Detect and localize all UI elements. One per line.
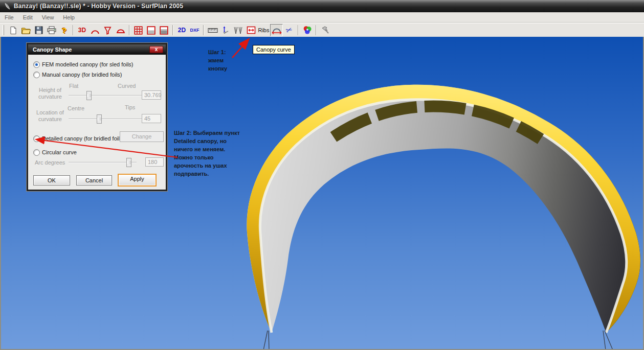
toolbar-separator [129, 25, 130, 35]
new-document-icon[interactable] [7, 24, 19, 36]
window-title: Banzay! (Banzay!!.sle) * - Hobby Version… [14, 3, 183, 10]
toolbar-grip[interactable] [3, 25, 4, 35]
rotate-axis-icon[interactable] [219, 24, 232, 36]
open-file-icon[interactable] [19, 24, 32, 36]
location-value-field[interactable]: 45 [142, 114, 161, 123]
panel-shaded-view-icon[interactable] [158, 24, 170, 36]
grid-view-icon[interactable] [132, 24, 145, 36]
canopy-curve-button[interactable] [270, 24, 283, 36]
view-2d-button[interactable]: 2D [175, 24, 188, 36]
toolbar-separator [316, 25, 317, 35]
toolbar-separator [172, 25, 173, 35]
dome-view-icon[interactable] [114, 24, 127, 36]
annotation-step1: Шаг 1: жмем кнопку [208, 48, 227, 73]
location-slider[interactable] [69, 114, 142, 124]
save-icon[interactable] [32, 24, 45, 36]
toolbar-separator [203, 25, 204, 35]
dialog-close-button[interactable]: x [149, 46, 163, 53]
location-slider-thumb[interactable] [97, 114, 102, 124]
location-slider-track [69, 119, 142, 120]
arc-degrees-label: Arc degrees [35, 159, 65, 166]
fem-canopy-label: FEM modelled canopy (for sled foils) [42, 61, 134, 68]
menu-help[interactable]: Help [58, 13, 79, 21]
toolbar-separator [298, 25, 299, 35]
measure-icon[interactable] [206, 24, 219, 36]
cancel-button[interactable]: Cancel [76, 175, 112, 185]
location-of-curvature-label: Location of curvature [33, 109, 67, 123]
dxf-export-button[interactable]: DXF [188, 24, 201, 36]
canopy-shape-dialog: Canopy Shape x FEM modelled canopy (for … [27, 43, 167, 191]
height-value-field[interactable]: 30.769 [142, 90, 161, 100]
arch-view-icon[interactable] [88, 24, 101, 36]
toolbar: ?3D2DDXFRibs✂ [0, 23, 644, 37]
flat-label: Flat [69, 83, 78, 89]
toolbar-separator [73, 25, 74, 35]
change-button[interactable]: Change [120, 131, 164, 142]
ribs-button[interactable]: Ribs [257, 24, 270, 36]
bridle-lines-icon[interactable] [232, 24, 245, 36]
print-icon[interactable] [45, 24, 58, 36]
arc-degrees-field[interactable]: 180 [145, 157, 164, 167]
menu-edit[interactable]: Edit [18, 13, 37, 21]
tips-label: Tips [125, 104, 135, 111]
arc-degrees-slider-thumb[interactable] [126, 158, 131, 167]
cut-panels-icon[interactable]: ✂ [283, 24, 296, 36]
height-slider-thumb[interactable] [86, 91, 92, 100]
canopy-curve-tooltip: Canopy curve [253, 45, 295, 54]
colors-icon[interactable] [301, 24, 314, 36]
circular-curve-label: Circular curve [42, 149, 77, 156]
dialog-title: Canopy Shape [33, 46, 72, 53]
height-slider-track [69, 95, 142, 96]
dialog-body: FEM modelled canopy (for sled foils) Man… [28, 55, 166, 190]
menu-file[interactable]: File [0, 13, 18, 21]
height-of-curvature-label: Height of curvature [33, 87, 67, 100]
detailed-canopy-radio[interactable] [33, 135, 40, 142]
span-width-icon[interactable] [245, 24, 257, 36]
dialog-title-bar: Canopy Shape x [28, 44, 166, 55]
centre-label: Centre [68, 105, 84, 112]
3d-viewport[interactable]: Шаг 1: жмем кнопку Шаг 2: Выбираем пункт… [0, 37, 644, 350]
curved-label: Curved [118, 83, 136, 89]
help-icon[interactable]: ? [58, 24, 71, 36]
annotation-step2: Шаг 2: Выбираем пункт Detailed canopy, н… [174, 129, 240, 178]
manual-canopy-label: Manual canopy (for bridled foils) [42, 72, 122, 78]
detailed-canopy-label: Detailed canopy (for bridled foils) [42, 135, 124, 142]
fem-canopy-radio[interactable] [33, 61, 40, 68]
circular-curve-radio[interactable] [33, 149, 40, 156]
panel-fill-view-icon[interactable] [145, 24, 158, 36]
apply-button[interactable]: Apply [118, 174, 157, 186]
view-3d-button[interactable]: 3D [76, 24, 88, 36]
app-logo-icon [3, 2, 11, 10]
menu-view[interactable]: View [37, 13, 59, 21]
manual-canopy-radio[interactable] [33, 72, 40, 78]
funnel-view-icon[interactable] [101, 24, 114, 36]
menubar: FileEditViewHelp [0, 12, 644, 22]
ok-button[interactable]: OK [33, 175, 70, 185]
title-bar: Banzay! (Banzay!!.sle) * - Hobby Version… [0, 0, 644, 12]
tools-icon[interactable] [319, 24, 331, 36]
app-window: Banzay! (Banzay!!.sle) * - Hobby Version… [0, 0, 644, 350]
height-slider[interactable] [69, 91, 142, 100]
arc-degrees-slider[interactable] [69, 158, 137, 167]
bridle-lines [263, 331, 613, 349]
